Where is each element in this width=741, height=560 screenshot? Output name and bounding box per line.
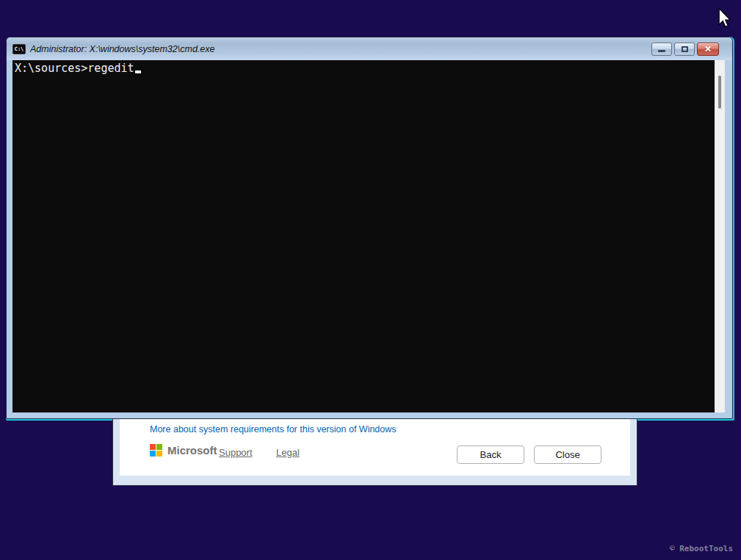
cmd-window-body: X:\sources>regedit (12, 60, 725, 412)
console-cursor (135, 70, 141, 73)
maximize-icon (682, 46, 688, 52)
legal-link[interactable]: Legal (276, 447, 300, 458)
minimize-icon (658, 50, 665, 52)
system-requirements-link[interactable]: More about system requirements for this … (150, 424, 397, 434)
console-scrollbar[interactable] (715, 60, 725, 412)
setup-dialog-content: More about system requirements for this … (120, 419, 630, 476)
console-area[interactable]: X:\sources>regedit (12, 60, 715, 412)
reboottools-watermark: © RebootTools (670, 544, 733, 553)
microsoft-wordmark: Microsoft (167, 444, 217, 457)
maximize-button[interactable] (674, 43, 695, 56)
close-button[interactable]: ✕ (697, 43, 719, 56)
cmd-icon: C:\ (12, 44, 26, 54)
dialog-close-button[interactable]: Close (534, 446, 601, 464)
mouse-pointer-icon (717, 7, 732, 29)
cmd-title-bar[interactable]: C:\ Administrator: X:\windows\system32\c… (7, 37, 732, 60)
logo-square-red (150, 444, 156, 450)
close-icon: ✕ (704, 45, 712, 54)
cmd-window: C:\ Administrator: X:\windows\system32\c… (6, 37, 733, 419)
logo-square-blue (150, 451, 156, 457)
logo-square-green (156, 444, 162, 450)
cmd-window-title: Administrator: X:\windows\system32\cmd.e… (30, 44, 214, 54)
desktop: { "desktop": { "background_color": "#1a0… (0, 0, 741, 560)
scrollbar-thumb[interactable] (718, 76, 721, 109)
console-prompt-line: X:\sources>regedit (15, 62, 134, 75)
window-controls: ✕ (651, 43, 719, 56)
setup-dialog: More about system requirements for this … (112, 419, 637, 486)
back-button[interactable]: Back (457, 446, 524, 464)
microsoft-brand: Microsoft (150, 444, 217, 457)
logo-square-yellow (156, 451, 162, 457)
minimize-button[interactable] (651, 43, 672, 56)
support-link[interactable]: Support (219, 447, 253, 458)
microsoft-logo-icon (150, 444, 162, 457)
